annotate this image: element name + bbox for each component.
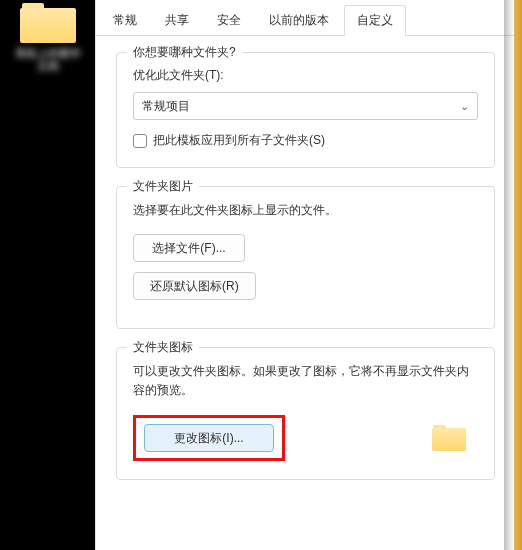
- desktop-folder-icon[interactable]: 系统上的硬件 文档: [8, 3, 88, 73]
- group-folder-type-title: 你想要哪种文件夹?: [127, 44, 242, 61]
- folder-icon: [20, 3, 76, 43]
- group-folder-icon: 文件夹图标 可以更改文件夹图标。如果更改了图标，它将不再显示文件夹内容的预览。 …: [116, 347, 495, 479]
- chevron-down-icon: ⌄: [460, 100, 469, 113]
- optimize-select[interactable]: 常规项目 ⌄: [133, 92, 478, 120]
- tab-security[interactable]: 安全: [204, 5, 254, 36]
- desktop-folder-label: 系统上的硬件 文档: [8, 47, 88, 73]
- folder-icon-desc: 可以更改文件夹图标。如果更改了图标，它将不再显示文件夹内容的预览。: [133, 362, 478, 400]
- apply-subfolders-checkbox[interactable]: [133, 134, 147, 148]
- folder-picture-desc: 选择要在此文件夹图标上显示的文件。: [133, 201, 478, 220]
- tab-content: 你想要哪种文件夹? 优化此文件夹(T): 常规项目 ⌄ 把此模板应用到所有子文件…: [96, 36, 515, 514]
- group-folder-icon-title: 文件夹图标: [127, 339, 199, 356]
- change-icon-button[interactable]: 更改图标(I)...: [144, 424, 274, 452]
- group-folder-picture-title: 文件夹图片: [127, 178, 199, 195]
- desktop-area: 系统上的硬件 文档: [0, 0, 95, 550]
- tab-previous-versions[interactable]: 以前的版本: [256, 5, 342, 36]
- tab-general[interactable]: 常规: [100, 5, 150, 36]
- tab-sharing[interactable]: 共享: [152, 5, 202, 36]
- restore-default-button[interactable]: 还原默认图标(R): [133, 272, 256, 300]
- choose-file-button[interactable]: 选择文件(F)...: [133, 234, 245, 262]
- group-folder-picture: 文件夹图片 选择要在此文件夹图标上显示的文件。 选择文件(F)... 还原默认图…: [116, 186, 495, 329]
- group-folder-type: 你想要哪种文件夹? 优化此文件夹(T): 常规项目 ⌄ 把此模板应用到所有子文件…: [116, 52, 495, 168]
- background-right-edge: [514, 0, 522, 550]
- tab-bar: 常规 共享 安全 以前的版本 自定义: [96, 0, 515, 36]
- tab-customize[interactable]: 自定义: [344, 5, 406, 36]
- optimize-label: 优化此文件夹(T):: [133, 67, 478, 84]
- folder-icon-preview: [432, 425, 466, 451]
- properties-dialog: 常规 共享 安全 以前的版本 自定义 你想要哪种文件夹? 优化此文件夹(T): …: [95, 0, 515, 550]
- optimize-select-value: 常规项目: [142, 98, 190, 115]
- apply-subfolders-row[interactable]: 把此模板应用到所有子文件夹(S): [133, 132, 478, 149]
- apply-subfolders-label: 把此模板应用到所有子文件夹(S): [153, 132, 325, 149]
- highlight-annotation: 更改图标(I)...: [133, 415, 285, 461]
